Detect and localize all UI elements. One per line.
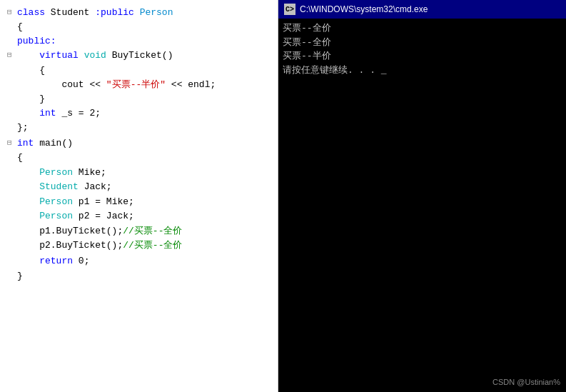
token bbox=[17, 211, 39, 221]
cmd-icon: C> bbox=[284, 4, 295, 15]
code-line: } bbox=[7, 269, 273, 283]
code-line: { bbox=[7, 151, 273, 165]
gutter-symbol: ⊟ bbox=[7, 6, 17, 19]
token: :public bbox=[95, 7, 134, 18]
token: Person bbox=[39, 211, 73, 221]
token: virtual bbox=[17, 50, 79, 61]
line-tokens: } bbox=[17, 269, 273, 283]
token bbox=[17, 256, 39, 266]
token: //买票--全价 bbox=[123, 226, 182, 236]
token: int bbox=[39, 108, 56, 119]
token bbox=[17, 196, 39, 207]
token: } bbox=[17, 271, 23, 281]
token: Student bbox=[45, 7, 95, 18]
line-tokens: { bbox=[17, 151, 273, 165]
cmd-window: C> C:\WINDOWS\system32\cmd.exe 买票--全价买票-… bbox=[278, 0, 566, 392]
code-line: { bbox=[7, 20, 273, 34]
line-tokens: { bbox=[17, 20, 273, 34]
token: p2.BuyTicket(); bbox=[17, 240, 123, 251]
code-line: }; bbox=[7, 121, 273, 135]
token: Student bbox=[39, 181, 79, 192]
token: class bbox=[17, 7, 45, 18]
token bbox=[79, 50, 84, 61]
code-line: p1.BuyTicket();//买票--全价 bbox=[7, 224, 273, 238]
line-tokens: return 0; bbox=[17, 254, 273, 268]
token: "买票--半价" bbox=[106, 79, 166, 90]
code-line: Person Mike; bbox=[7, 166, 273, 180]
line-tokens: class Student :public Person bbox=[17, 6, 273, 20]
cmd-title: C:\WINDOWS\system32\cmd.exe bbox=[300, 4, 428, 14]
token: p1 = Mike; bbox=[73, 196, 134, 207]
token: Person bbox=[134, 7, 173, 18]
token: { bbox=[17, 21, 23, 32]
token: p1.BuyTicket(); bbox=[17, 226, 123, 236]
line-tokens: Person Mike; bbox=[17, 166, 273, 180]
line-tokens: } bbox=[17, 92, 273, 106]
line-tokens: }; bbox=[17, 121, 273, 135]
code-line: public: bbox=[7, 34, 273, 49]
code-line: Person p2 = Jack; bbox=[7, 209, 273, 223]
code-content: ⊟class Student :public Person{public:⊟ v… bbox=[0, 0, 278, 289]
line-tokens: int main() bbox=[17, 136, 273, 151]
token: { bbox=[17, 65, 45, 76]
token: Person bbox=[39, 196, 73, 207]
line-tokens: p1.BuyTicket();//买票--全价 bbox=[17, 224, 273, 238]
token: 0; bbox=[73, 256, 89, 266]
token: } bbox=[17, 94, 45, 104]
cmd-output-area: 买票--全价买票--全价买票--半价请按任意键继续. . . _ bbox=[278, 19, 566, 392]
token: int bbox=[17, 138, 34, 149]
token: void bbox=[84, 50, 106, 61]
token: Person bbox=[39, 167, 73, 178]
code-editor: ⊟class Student :public Person{public:⊟ v… bbox=[0, 0, 278, 392]
token: BuyTicket() bbox=[106, 50, 173, 61]
gutter-symbol: ⊟ bbox=[7, 137, 17, 149]
line-tokens: Student Jack; bbox=[17, 180, 273, 194]
code-line: ⊟ virtual void BuyTicket() bbox=[7, 49, 273, 63]
line-tokens: p2.BuyTicket();//买票--全价 bbox=[17, 238, 273, 253]
cmd-output-line: 请按任意键继续. . . _ bbox=[283, 64, 562, 78]
cmd-titlebar: C> C:\WINDOWS\system32\cmd.exe bbox=[278, 0, 566, 19]
token: { bbox=[17, 152, 23, 163]
token: Mike; bbox=[73, 167, 106, 178]
token: public: bbox=[17, 36, 56, 46]
code-line: return 0; bbox=[7, 254, 273, 268]
code-line: Person p1 = Mike; bbox=[7, 195, 273, 209]
cmd-output-line: 买票--半价 bbox=[283, 49, 562, 64]
token: << endl; bbox=[166, 79, 216, 90]
token bbox=[17, 108, 39, 119]
line-tokens: int _s = 2; bbox=[17, 106, 273, 121]
token: main() bbox=[34, 138, 73, 149]
token: Jack; bbox=[79, 181, 112, 192]
line-tokens: cout << "买票--半价" << endl; bbox=[17, 78, 273, 92]
code-line: p2.BuyTicket();//买票--全价 bbox=[7, 238, 273, 253]
line-tokens: virtual void BuyTicket() bbox=[17, 49, 273, 63]
code-line: ⊟class Student :public Person bbox=[7, 6, 273, 20]
code-line: } bbox=[7, 92, 273, 106]
token: }; bbox=[17, 122, 29, 133]
token: //买票--全价 bbox=[123, 240, 182, 251]
token bbox=[17, 181, 39, 192]
token: return bbox=[39, 256, 73, 266]
code-line: Student Jack; bbox=[7, 180, 273, 194]
code-line: int _s = 2; bbox=[7, 106, 273, 121]
code-line: cout << "买票--半价" << endl; bbox=[7, 78, 273, 92]
gutter-symbol: ⊟ bbox=[7, 49, 17, 61]
line-tokens: Person p1 = Mike; bbox=[17, 195, 273, 209]
cmd-output-line: 买票--全价 bbox=[283, 36, 562, 50]
watermark: CSDN @Ustinian% bbox=[492, 378, 560, 386]
line-tokens: public: bbox=[17, 34, 273, 49]
cmd-output-line: 买票--全价 bbox=[283, 21, 562, 36]
token: _s = 2; bbox=[56, 108, 101, 119]
line-tokens: Person p2 = Jack; bbox=[17, 209, 273, 223]
token bbox=[17, 167, 39, 178]
code-line: ⊟int main() bbox=[7, 136, 273, 151]
token: cout << bbox=[17, 79, 106, 90]
code-line: { bbox=[7, 64, 273, 78]
line-tokens: { bbox=[17, 64, 273, 78]
token: p2 = Jack; bbox=[73, 211, 134, 221]
